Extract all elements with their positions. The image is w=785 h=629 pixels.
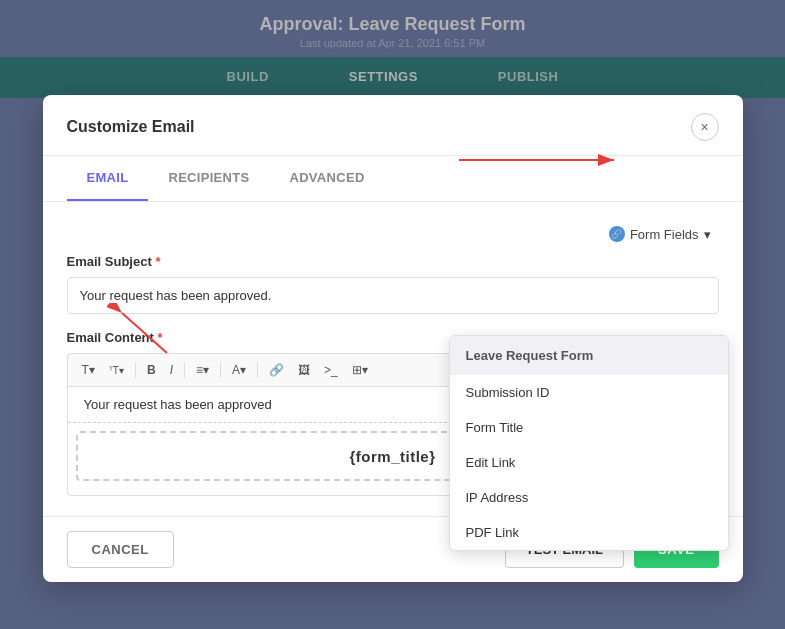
toolbar-text-size[interactable]: ᵀT▾: [103, 362, 130, 379]
modal-title: Customize Email: [67, 118, 195, 136]
cancel-button[interactable]: CANCEL: [67, 531, 174, 568]
toolbar-divider-1: [135, 362, 136, 378]
chevron-down-icon: ▾: [704, 227, 711, 242]
dropdown-pdf-link[interactable]: PDF Link: [450, 515, 728, 550]
dropdown-edit-link[interactable]: Edit Link: [450, 445, 728, 480]
toolbar-code[interactable]: >_: [318, 360, 344, 380]
close-button[interactable]: ×: [691, 113, 719, 141]
form-fields-row: 🔗 Form Fields ▾: [67, 222, 719, 246]
arrow-to-subject: [107, 303, 187, 358]
content-form-title: {form_title}: [333, 438, 451, 475]
arrow-to-form-fields: [449, 145, 629, 175]
toolbar-font-color[interactable]: A▾: [226, 360, 252, 380]
tab-advanced[interactable]: ADVANCED: [269, 156, 384, 201]
link-icon: 🔗: [609, 226, 625, 242]
toolbar-bold[interactable]: B: [141, 360, 162, 380]
toolbar-table[interactable]: ⊞▾: [346, 360, 374, 380]
dropdown-ip-address[interactable]: IP Address: [450, 480, 728, 515]
tab-bar: EMAIL RECIPIENTS ADVANCED: [43, 156, 743, 202]
toolbar-image[interactable]: 🖼: [292, 360, 316, 380]
modal-overlay: Customize Email × EMAIL RECIPIENTS ADVAN…: [0, 0, 785, 629]
form-fields-dropdown: Leave Request Form Submission ID Form Ti…: [449, 335, 729, 551]
tab-recipients[interactable]: RECIPIENTS: [148, 156, 269, 201]
toolbar-italic[interactable]: I: [164, 360, 179, 380]
email-subject-label: Email Subject *: [67, 254, 719, 269]
modal-header: Customize Email ×: [43, 95, 743, 156]
form-fields-label: Form Fields: [630, 227, 699, 242]
modal: Customize Email × EMAIL RECIPIENTS ADVAN…: [43, 95, 743, 582]
toolbar-divider-3: [220, 362, 221, 378]
form-fields-button[interactable]: 🔗 Form Fields ▾: [601, 222, 719, 246]
toolbar-link[interactable]: 🔗: [263, 360, 290, 380]
tab-email[interactable]: EMAIL: [67, 156, 149, 201]
toolbar-divider-2: [184, 362, 185, 378]
dropdown-form-title[interactable]: Form Title: [450, 410, 728, 445]
toolbar-align[interactable]: ≡▾: [190, 360, 215, 380]
required-indicator: *: [155, 254, 160, 269]
toolbar-text[interactable]: T▾: [76, 360, 101, 380]
dropdown-submission-id[interactable]: Submission ID: [450, 375, 728, 410]
dropdown-header: Leave Request Form: [450, 336, 728, 375]
toolbar-divider-4: [257, 362, 258, 378]
svg-line-3: [122, 313, 167, 353]
